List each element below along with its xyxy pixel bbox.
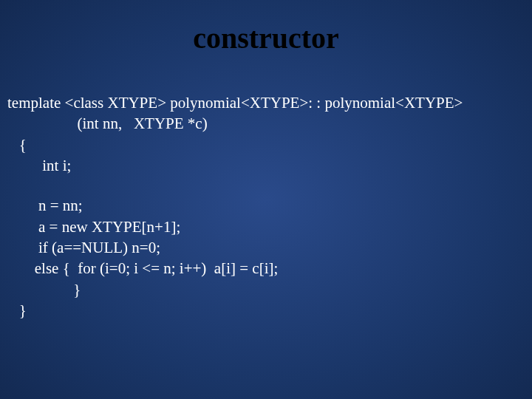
code-block: template <class XTYPE> polynomial<XTYPE>… [0, 63, 532, 321]
slide-title: constructor [0, 0, 532, 63]
code-line: if (a==NULL) n=0; [7, 239, 160, 256]
code-line: } [7, 301, 27, 319]
code-line: else { for (i=0; i <= n; i++) a[i] = c[i… [7, 259, 278, 277]
code-line: { [7, 136, 27, 154]
code-line: template <class XTYPE> polynomial<XTYPE>… [7, 94, 463, 112]
code-line: a = new XTYPE[n+1]; [7, 218, 180, 236]
code-line: (int nn, XTYPE *c) [7, 115, 208, 132]
code-line: int i; [7, 157, 71, 174]
code-line: n = nn; [7, 197, 83, 214]
code-line: } [7, 281, 81, 299]
